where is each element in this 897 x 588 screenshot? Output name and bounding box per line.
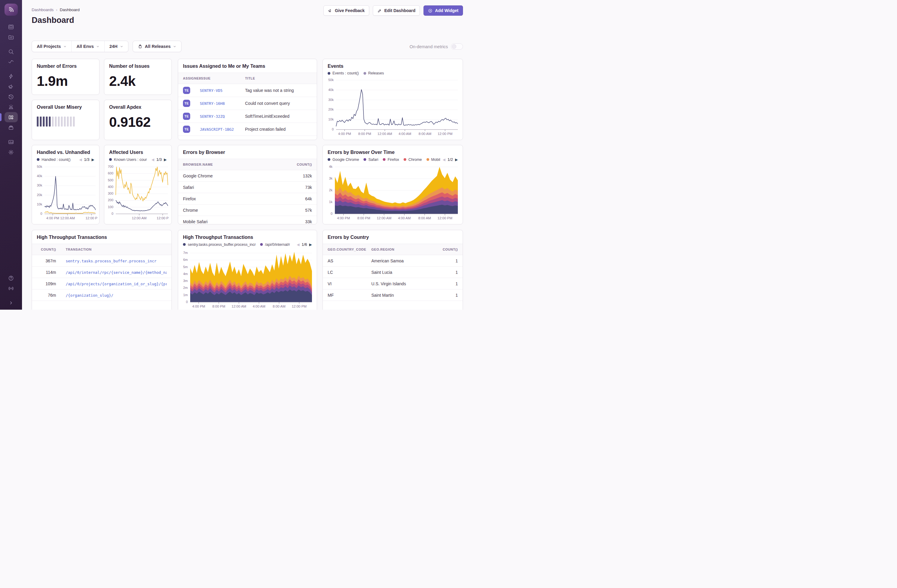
axis-label: 4:00 AM xyxy=(253,304,265,308)
widget-affected-users: Affected Users Known Users : cour ◀ 1/3 … xyxy=(104,145,172,225)
pagination-prev-icon[interactable]: ◀ xyxy=(151,157,154,162)
table-link[interactable]: /api/0/internal/rpc/{service_name}/{meth… xyxy=(66,270,167,275)
widget-high-throughput-chart: High Throughput Transactions sentry.task… xyxy=(178,230,317,310)
pagination-prev-icon[interactable]: ◀ xyxy=(442,157,445,162)
sentry-logo[interactable] xyxy=(5,4,18,16)
metric-value: 2.4k xyxy=(104,73,171,89)
legend-item[interactable]: Safari xyxy=(363,157,378,162)
chart-legend: Events : count()Releases xyxy=(328,71,458,75)
table-link[interactable]: sentry.tasks.process_buffer.process_incr xyxy=(66,259,156,263)
table-cell: 76m xyxy=(37,293,56,298)
sidebar-item-stats[interactable] xyxy=(5,137,18,147)
table-link[interactable]: SENTRY-VD5 xyxy=(200,88,222,93)
column-header: TRANSACTION xyxy=(66,247,167,251)
assignee-badge[interactable]: TE xyxy=(183,100,190,107)
line-series xyxy=(336,90,458,126)
filter-bar: All Projects All Envs 24H All Releases xyxy=(32,41,181,52)
releases-filter[interactable]: All Releases xyxy=(133,41,181,52)
lightning-icon xyxy=(8,73,14,79)
sidebar-item-whats-new[interactable] xyxy=(5,283,18,293)
table-link[interactable]: /{organization_slug}/ xyxy=(66,293,113,298)
stats-icon xyxy=(8,139,14,145)
environment-filter[interactable]: All Envs xyxy=(72,41,104,52)
sidebar-item-explore[interactable] xyxy=(5,46,18,57)
sidebar-item-replays[interactable] xyxy=(5,92,18,102)
legend-item[interactable]: Firefox xyxy=(383,157,399,162)
table-cell: 1 xyxy=(437,281,458,286)
pagination-next-icon[interactable]: ▶ xyxy=(92,157,94,162)
project-filter-label: All Projects xyxy=(37,44,61,49)
table-cell: AS xyxy=(328,258,371,263)
legend-row: Handled : count() ◀ 1/3 ▶ xyxy=(32,155,99,162)
sidebar-item-projects[interactable] xyxy=(5,32,18,42)
date-range-filter[interactable]: 24H xyxy=(104,41,128,52)
affected-users-chart: 010020030040050060070012:00 AM12:00 P xyxy=(107,165,169,222)
releases-icon xyxy=(8,124,14,131)
sidebar-collapse-button[interactable] xyxy=(5,298,18,308)
assignee-badge[interactable]: TE xyxy=(183,113,190,120)
sidebar-item-user-feedback[interactable] xyxy=(5,81,18,92)
pagination-next-icon[interactable]: ▶ xyxy=(164,157,167,162)
axis-label: 30k xyxy=(37,183,42,187)
sidebar-item-releases[interactable] xyxy=(5,122,18,133)
legend-item[interactable]: Events : count() xyxy=(328,71,359,75)
pagination-next-icon[interactable]: ▶ xyxy=(309,243,312,247)
add-widget-button[interactable]: Add Widget xyxy=(424,5,463,16)
axis-label: 200 xyxy=(108,198,113,202)
legend-item[interactable]: Chrome xyxy=(404,157,422,162)
sidebar-item-settings[interactable] xyxy=(5,147,18,157)
give-feedback-button[interactable]: Give Feedback xyxy=(323,5,369,16)
legend-label: Safari xyxy=(368,157,378,162)
header-actions: Give Feedback Edit Dashboard Add Widget xyxy=(323,5,463,16)
legend-item[interactable]: Handled : count() xyxy=(37,157,70,162)
metric-value: 0.9162 xyxy=(104,114,171,130)
table-cell: 114m xyxy=(37,270,56,275)
table-cell: Saint Martin xyxy=(371,293,437,298)
misery-bar-empty xyxy=(58,116,60,127)
legend-dot xyxy=(427,158,429,161)
axis-label: 100 xyxy=(108,205,113,209)
widget-title: Errors by Browser Over Time xyxy=(323,145,463,155)
legend-dot xyxy=(404,158,406,161)
table-cell: 64k xyxy=(288,196,312,201)
pagination-prev-icon[interactable]: ◀ xyxy=(79,157,82,162)
sidebar-item-alerts[interactable] xyxy=(5,102,18,112)
broadcast-icon xyxy=(8,285,14,292)
assignee-badge[interactable]: TE xyxy=(183,87,190,94)
legend-item[interactable]: Known Users : cour xyxy=(109,157,147,162)
sidebar-item-dashboards[interactable] xyxy=(5,112,18,122)
table-link[interactable]: /api/0/projects/{organization_id_or_slug… xyxy=(66,282,167,286)
axis-label: 8:00 PM xyxy=(213,304,225,308)
project-filter[interactable]: All Projects xyxy=(32,41,72,52)
legend-item[interactable]: /api/0/internal/r xyxy=(260,243,290,247)
pagination-next-icon[interactable]: ▶ xyxy=(455,157,458,162)
table-cell: American Samoa xyxy=(371,258,437,263)
table-cell: Tag value was not a string xyxy=(245,88,312,93)
table-link[interactable]: SENTRY-32ZQ xyxy=(200,114,225,119)
sidebar-item-discover[interactable] xyxy=(5,57,18,67)
pagination-label: 1/3 xyxy=(84,157,90,162)
on-demand-toggle[interactable] xyxy=(451,43,463,50)
legend-label: Firefox xyxy=(387,157,399,162)
table-cell: Saint Lucia xyxy=(371,270,437,275)
breadcrumb-dashboards-link[interactable]: Dashboards xyxy=(32,8,54,12)
release-icon xyxy=(138,44,142,49)
axis-label: 3m xyxy=(183,279,188,283)
assignee-badge[interactable]: TE xyxy=(183,125,190,133)
table-link[interactable]: SENTRY-16H8 xyxy=(200,101,225,106)
legend-item[interactable]: sentry.tasks.process_buffer.process_incr xyxy=(183,243,256,247)
legend-item[interactable]: Mobile S xyxy=(427,157,440,162)
table-cell: MF xyxy=(328,293,371,298)
sidebar-item-help[interactable] xyxy=(5,273,18,283)
table-link[interactable]: JAVASCRIPT-1BG2 xyxy=(200,127,234,131)
edit-dashboard-button[interactable]: Edit Dashboard xyxy=(373,5,420,16)
sidebar-item-performance[interactable] xyxy=(5,71,18,81)
legend-item[interactable]: Releases xyxy=(363,71,384,75)
sidebar-bottom xyxy=(5,273,18,308)
breadcrumb: Dashboards › Dashboard xyxy=(32,8,80,12)
axis-label: 4k xyxy=(329,165,332,168)
legend-item[interactable]: Google Chrome xyxy=(328,157,359,162)
table-row: LCSaint Lucia1 xyxy=(323,267,463,278)
sidebar-item-issues[interactable] xyxy=(5,22,18,32)
pagination-prev-icon[interactable]: ◀ xyxy=(297,243,299,247)
